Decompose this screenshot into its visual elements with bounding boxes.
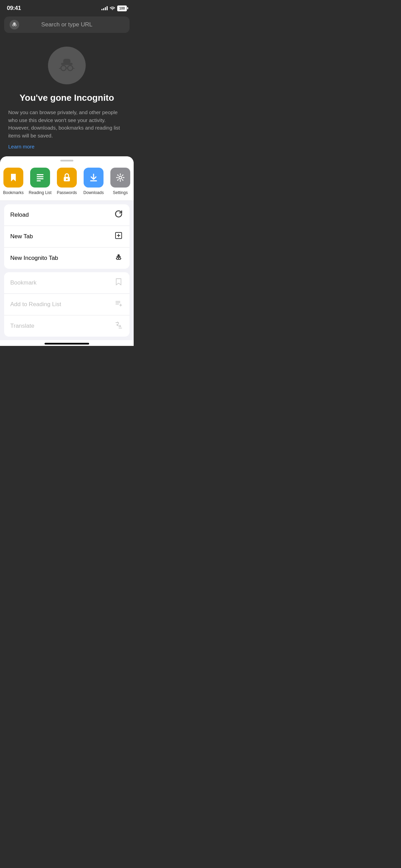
bookmarks-icon bbox=[3, 168, 23, 188]
svg-point-17 bbox=[66, 179, 68, 180]
menu-item-translate: Translate bbox=[4, 315, 130, 337]
incognito-description: Now you can browse privately, and other … bbox=[8, 109, 125, 140]
sheet-handle bbox=[60, 160, 73, 161]
new-tab-icon bbox=[114, 231, 123, 242]
home-bar bbox=[45, 343, 89, 345]
svg-rect-15 bbox=[37, 180, 41, 181]
svg-line-9 bbox=[59, 68, 61, 69]
svg-rect-5 bbox=[63, 59, 71, 64]
incognito-title: You've gone Incognito bbox=[20, 93, 114, 103]
wifi-icon bbox=[110, 5, 115, 11]
quick-action-passwords[interactable]: Passwords bbox=[53, 166, 80, 196]
incognito-content: You've gone Incognito Now you can browse… bbox=[0, 36, 134, 156]
reading-list-icon bbox=[30, 168, 50, 188]
reload-icon bbox=[114, 210, 123, 220]
menu-item-new-incognito-tab[interactable]: New Incognito Tab bbox=[4, 248, 130, 269]
new-tab-label: New Tab bbox=[10, 233, 33, 240]
sheet-handle-container bbox=[0, 156, 134, 164]
svg-rect-13 bbox=[37, 176, 44, 177]
quick-action-downloads[interactable]: Downloads bbox=[80, 166, 107, 196]
svg-point-6 bbox=[61, 65, 66, 71]
passwords-label: Passwords bbox=[57, 190, 77, 195]
svg-rect-18 bbox=[90, 180, 97, 181]
reload-label: Reload bbox=[10, 212, 29, 218]
bottom-sheet: Bookmarks Reading List bbox=[0, 156, 134, 346]
menu-item-bookmark: Bookmark bbox=[4, 272, 130, 294]
svg-rect-12 bbox=[37, 174, 44, 175]
quick-action-settings[interactable]: Settings bbox=[107, 166, 134, 196]
learn-more-link[interactable]: Learn more bbox=[8, 144, 35, 149]
search-bar[interactable]: Search or type URL bbox=[4, 16, 130, 33]
downloads-label: Downloads bbox=[83, 190, 104, 195]
svg-line-10 bbox=[73, 68, 74, 69]
status-bar: 09:41 100 bbox=[0, 0, 134, 14]
translate-icon bbox=[114, 321, 123, 331]
menu-item-reload[interactable]: Reload bbox=[4, 204, 130, 226]
home-indicator bbox=[0, 340, 134, 346]
menu-item-add-reading-list: Add to Reading List bbox=[4, 294, 130, 315]
svg-point-1 bbox=[13, 24, 14, 26]
menu-section-2: Bookmark Add to Reading List Translate bbox=[4, 272, 130, 337]
new-incognito-tab-icon bbox=[114, 253, 123, 263]
bookmarks-label: Bookmarks bbox=[3, 190, 24, 195]
incognito-badge-small bbox=[10, 20, 19, 29]
settings-icon bbox=[110, 168, 130, 188]
svg-point-19 bbox=[119, 176, 122, 179]
status-icons: 100 bbox=[101, 5, 127, 11]
svg-rect-24 bbox=[118, 254, 120, 256]
svg-point-2 bbox=[15, 24, 16, 26]
quick-actions-row: Bookmarks Reading List bbox=[0, 164, 134, 201]
incognito-avatar bbox=[48, 47, 86, 84]
svg-marker-11 bbox=[11, 174, 16, 181]
svg-point-26 bbox=[119, 257, 121, 260]
reading-list-label: Reading List bbox=[29, 190, 52, 195]
add-reading-list-label: Add to Reading List bbox=[10, 301, 61, 308]
settings-label: Settings bbox=[113, 190, 127, 195]
quick-action-bookmarks[interactable]: Bookmarks bbox=[0, 166, 27, 196]
status-time: 09:41 bbox=[7, 5, 21, 12]
passwords-icon bbox=[57, 168, 77, 188]
add-reading-list-icon bbox=[114, 299, 123, 310]
search-input[interactable]: Search or type URL bbox=[23, 21, 111, 28]
downloads-icon bbox=[84, 168, 104, 188]
bookmark-label: Bookmark bbox=[10, 279, 37, 286]
battery-icon: 100 bbox=[117, 5, 127, 11]
menu-section-1: Reload New Tab New Incognito Tab bbox=[4, 204, 130, 269]
quick-action-reading-list[interactable]: Reading List bbox=[27, 166, 53, 196]
new-incognito-tab-label: New Incognito Tab bbox=[10, 255, 58, 262]
svg-line-29 bbox=[121, 258, 121, 259]
svg-rect-14 bbox=[37, 178, 44, 179]
signal-icon bbox=[101, 6, 108, 10]
menu-item-new-tab[interactable]: New Tab bbox=[4, 226, 130, 248]
translate-label: Translate bbox=[10, 323, 34, 329]
search-bar-container: Search or type URL bbox=[0, 14, 134, 36]
svg-line-28 bbox=[116, 258, 117, 259]
svg-point-7 bbox=[68, 65, 73, 71]
bookmark-icon bbox=[114, 278, 123, 288]
